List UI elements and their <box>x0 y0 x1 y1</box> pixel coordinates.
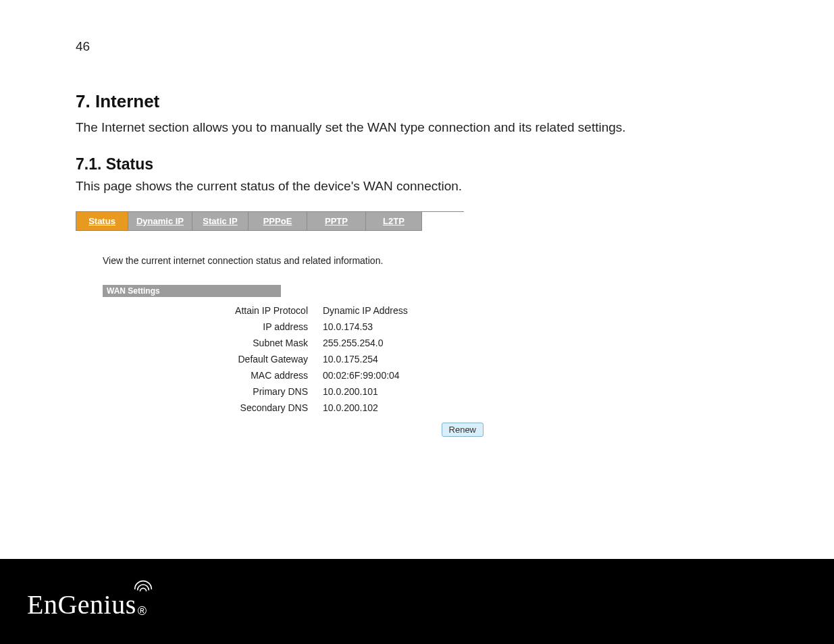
sub-intro-text: This page shows the current status of th… <box>76 179 758 194</box>
row-primary-dns: Primary DNS 10.0.200.101 <box>103 383 408 400</box>
heading-internet: 7. Internet <box>76 91 758 112</box>
value-mac-address: 00:02:6F:99:00:04 <box>323 367 408 383</box>
row-mac-address: MAC address 00:02:6F:99:00:04 <box>103 367 408 383</box>
value-default-gateway: 10.0.175.254 <box>323 351 408 367</box>
tab-pptp[interactable]: PPTP <box>307 212 366 231</box>
label-mac-address: MAC address <box>103 367 323 383</box>
row-secondary-dns: Secondary DNS 10.0.200.102 <box>103 400 408 416</box>
value-secondary-dns: 10.0.200.102 <box>323 400 408 416</box>
label-secondary-dns: Secondary DNS <box>103 400 323 416</box>
brand-logo: EnGenius® <box>27 591 147 618</box>
router-screenshot: Status Dynamic IP Static IP PPPoE PPTP L… <box>76 211 464 437</box>
label-subnet-mask: Subnet Mask <box>103 335 323 351</box>
label-ip-address: IP address <box>103 319 323 335</box>
wifi-icon <box>132 578 154 591</box>
brand-text: EnGenius <box>27 591 136 618</box>
status-description: View the current internet connection sta… <box>103 255 448 266</box>
heading-status: 7.1. Status <box>76 155 758 173</box>
label-attain-ip-protocol: Attain IP Protocol <box>103 302 323 319</box>
intro-text: The Internet section allows you to manua… <box>76 119 758 136</box>
page-number: 46 <box>76 39 90 54</box>
row-default-gateway: Default Gateway 10.0.175.254 <box>103 351 408 367</box>
wan-settings-header: WAN Settings <box>103 285 281 297</box>
tab-static-ip[interactable]: Static IP <box>192 212 249 231</box>
label-primary-dns: Primary DNS <box>103 383 323 400</box>
value-subnet-mask: 255.255.254.0 <box>323 335 408 351</box>
tab-l2tp[interactable]: L2TP <box>366 212 422 231</box>
wan-tabs: Status Dynamic IP Static IP PPPoE PPTP L… <box>76 211 464 231</box>
value-ip-address: 10.0.174.53 <box>323 319 408 335</box>
page-footer: EnGenius® <box>0 559 834 644</box>
tab-dynamic-ip[interactable]: Dynamic IP <box>128 212 192 231</box>
row-subnet-mask: Subnet Mask 255.255.254.0 <box>103 335 408 351</box>
value-primary-dns: 10.0.200.101 <box>323 383 408 400</box>
tab-pppoe[interactable]: PPPoE <box>249 212 307 231</box>
value-attain-ip-protocol: Dynamic IP Address <box>323 302 408 319</box>
wan-settings-table: Attain IP Protocol Dynamic IP Address IP… <box>103 302 408 416</box>
row-attain-ip-protocol: Attain IP Protocol Dynamic IP Address <box>103 302 408 319</box>
renew-button[interactable]: Renew <box>442 423 484 437</box>
label-default-gateway: Default Gateway <box>103 351 323 367</box>
row-ip-address: IP address 10.0.174.53 <box>103 319 408 335</box>
registered-mark: ® <box>138 604 147 618</box>
tab-status[interactable]: Status <box>76 212 128 231</box>
